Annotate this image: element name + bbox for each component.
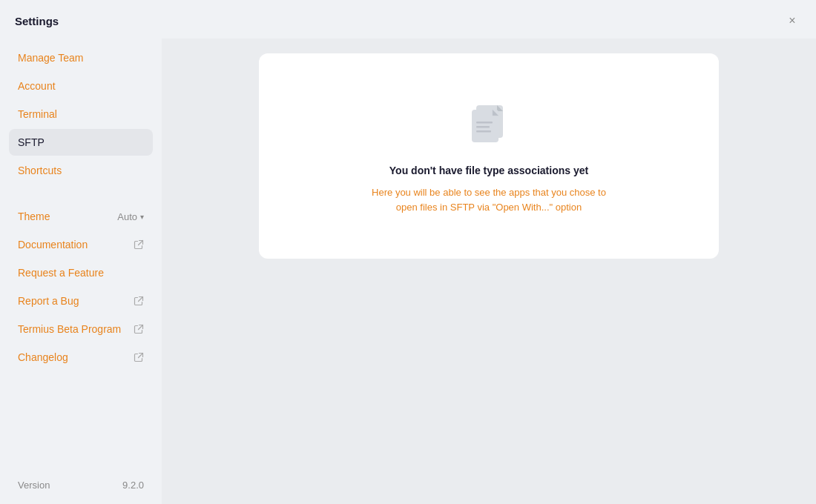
external-icon-termius-beta-program — [134, 324, 144, 334]
content-card: You don't have file type associations ye… — [259, 53, 719, 259]
sidebar-item-label-changelog: Changelog — [18, 351, 68, 363]
sidebar-item-sftp[interactable]: SFTP — [9, 129, 153, 156]
sidebar-item-label-request-a-feature: Request a Feature — [18, 267, 104, 279]
external-icon-documentation — [134, 239, 144, 250]
sidebar-item-label-shortcuts: Shortcuts — [18, 165, 62, 176]
version-row: Version 9.2.0 — [9, 472, 153, 498]
version-label: Version — [18, 480, 50, 491]
svg-rect-3 — [476, 126, 490, 128]
sidebar-spacer — [9, 185, 153, 203]
empty-state: You don't have file type associations ye… — [370, 98, 608, 214]
sidebar-item-shortcuts[interactable]: Shortcuts — [9, 157, 153, 184]
sidebar-item-theme[interactable]: Theme Auto ▾ — [9, 203, 153, 230]
settings-modal: Settings × Manage TeamAccountTerminalSFT… — [0, 0, 816, 504]
chevron-down-icon: ▾ — [140, 213, 144, 221]
sidebar-item-label-report-a-bug: Report a Bug — [18, 295, 79, 307]
external-icon-report-a-bug — [134, 296, 144, 306]
modal-body: Manage TeamAccountTerminalSFTPShortcuts … — [0, 39, 816, 504]
version-value: 9.2.0 — [122, 480, 144, 491]
file-type-icon — [463, 98, 515, 150]
sidebar-item-label-account: Account — [18, 80, 56, 92]
theme-value-wrapper: Auto ▾ — [117, 211, 144, 222]
sidebar-item-label-terminal: Terminal — [18, 108, 57, 120]
close-button[interactable]: × — [783, 12, 801, 30]
main-content: You don't have file type associations ye… — [162, 39, 816, 504]
sidebar-item-terminal[interactable]: Terminal — [9, 101, 153, 127]
theme-label: Theme — [18, 210, 50, 222]
sidebar-item-documentation[interactable]: Documentation — [9, 231, 153, 258]
modal-header: Settings × — [0, 0, 816, 39]
svg-rect-2 — [476, 122, 493, 124]
sidebar-item-label-manage-team: Manage Team — [18, 52, 83, 64]
sidebar-item-label-termius-beta-program: Termius Beta Program — [18, 323, 121, 335]
sidebar-nav: Manage TeamAccountTerminalSFTPShortcuts … — [9, 44, 153, 472]
theme-current-value: Auto — [117, 211, 137, 222]
svg-rect-4 — [476, 130, 491, 133]
sidebar-item-changelog[interactable]: Changelog — [9, 344, 153, 371]
modal-title: Settings — [15, 15, 59, 27]
empty-state-subtitle: Here you will be able to see the apps th… — [370, 185, 608, 214]
sidebar-item-label-documentation: Documentation — [18, 239, 88, 251]
sidebar: Manage TeamAccountTerminalSFTPShortcuts … — [0, 39, 162, 504]
empty-state-title: You don't have file type associations ye… — [389, 165, 588, 176]
sidebar-item-manage-team[interactable]: Manage Team — [9, 44, 153, 71]
sidebar-item-label-sftp: SFTP — [18, 136, 45, 148]
sidebar-item-termius-beta-program[interactable]: Termius Beta Program — [9, 316, 153, 342]
sidebar-item-account[interactable]: Account — [9, 73, 153, 99]
external-icon-changelog — [134, 352, 144, 362]
sidebar-item-request-a-feature[interactable]: Request a Feature — [9, 259, 153, 286]
sidebar-item-report-a-bug[interactable]: Report a Bug — [9, 288, 153, 314]
